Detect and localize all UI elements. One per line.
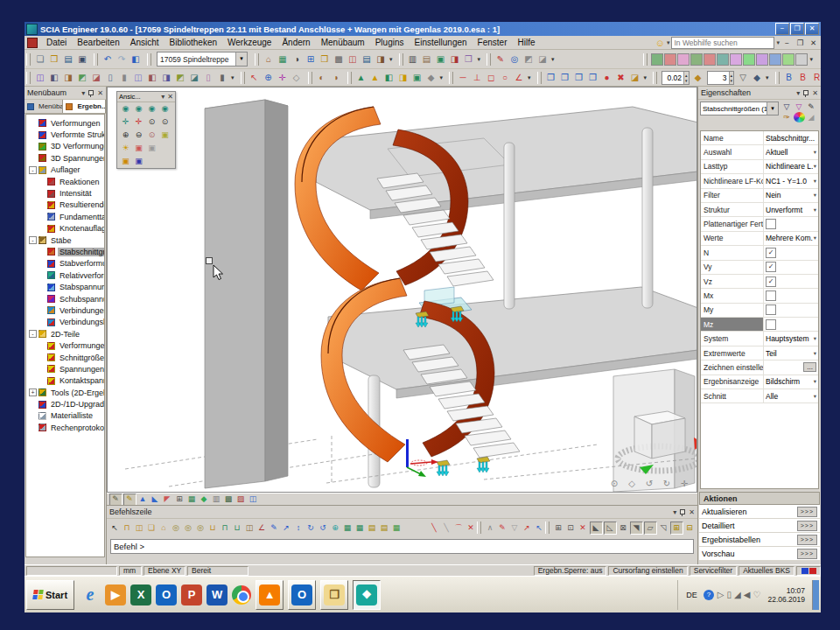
property-value[interactable]: ✓ (764, 261, 818, 274)
draw-tool-icon[interactable]: ╲ (441, 522, 452, 534)
tray-icon[interactable]: ◢ (734, 590, 741, 599)
command-icon[interactable]: ◫ (244, 522, 256, 534)
palette-icon[interactable]: ⊙ (159, 116, 172, 128)
tree-item-stabverformungen[interactable]: Stabverformungen (26, 258, 104, 270)
taskbar-icon-excel[interactable]: X (130, 584, 151, 606)
document-icon[interactable] (27, 38, 38, 48)
snap-tool-icon[interactable]: ⊡ (565, 522, 577, 534)
close-button[interactable]: ✕ (805, 23, 819, 35)
tree-item-schnittgrößen[interactable]: Schnittgrößen (26, 352, 104, 363)
members-icon[interactable]: ◫ (132, 71, 145, 84)
draw-icon[interactable]: ⊥ (471, 71, 484, 84)
views-icon[interactable]: ❐ (544, 71, 557, 84)
mdi-restore-button[interactable]: ❐ (794, 38, 806, 47)
palette-icon[interactable]: ◉ (120, 103, 132, 115)
status-cell-aktuelles-bks[interactable]: Aktuelles BKS (738, 566, 794, 576)
tree-item-spannungen[interactable]: Spannungen (26, 363, 104, 374)
scale-icon[interactable]: ▽ (737, 71, 750, 84)
help-dropdown-icon[interactable]: ▾ (667, 39, 670, 46)
tree-item-fundamenttabelle[interactable]: Fundamenttabelle (26, 211, 104, 222)
menu-item-bibliotheken[interactable]: Bibliotheken (164, 37, 222, 48)
property-value[interactable] (764, 217, 818, 230)
mdi-minimize-button[interactable]: − (781, 38, 793, 47)
viewport-nav-icon[interactable]: ⊙ (608, 477, 621, 490)
tree-item-verformte-struktur[interactable]: Verformte Struktur (26, 129, 104, 140)
menu-item-fenster[interactable]: Fenster (472, 37, 513, 48)
property-checkbox[interactable] (766, 290, 776, 301)
chrome-icon[interactable] (232, 585, 251, 605)
scale-dropdown-icon[interactable]: ▾ (766, 74, 769, 81)
libraries-icon[interactable]: ⊞ (304, 52, 318, 66)
tab-ergebn[interactable]: Ergebn...✕ (63, 100, 106, 113)
print-icon[interactable]: ◨ (448, 52, 461, 66)
command-icon[interactable]: ▦ (354, 522, 366, 534)
libraries-icon[interactable]: ◫ (346, 52, 360, 66)
action-execute-button[interactable]: >>> (797, 507, 817, 517)
tree-item-3d-verformungen[interactable]: 3D Verformungen (26, 141, 104, 152)
property-checkbox[interactable] (766, 319, 776, 330)
palette-icon[interactable]: ◉ (159, 103, 172, 115)
menu-item-werkzeuge[interactable]: Werkzeuge (222, 37, 276, 48)
action-execute-button[interactable]: >>> (797, 549, 817, 559)
status-cell-cursorfang-einstellen[interactable]: Cursorfang einstellen (608, 566, 687, 576)
command-icon[interactable]: ⊔ (232, 522, 243, 534)
result-strip-icon[interactable]: ⊞ (174, 494, 186, 505)
restore-button[interactable]: ❐ (790, 23, 804, 35)
command-icon[interactable]: ⊔ (207, 522, 219, 534)
property-value[interactable]: ✓ (764, 275, 818, 288)
property-row-plattenartiger-fertigteilb[interactable]: Plattenartiger Fertigteilb... (701, 217, 818, 231)
result-strip-icon[interactable]: ✎ (109, 494, 122, 506)
members-icon[interactable]: ◪ (90, 71, 103, 84)
taskbar-icon-file-explorer-window[interactable]: ❒ (324, 584, 345, 606)
menu-item-einstellungen[interactable]: Einstellungen (410, 37, 472, 48)
edit-tool-icon[interactable]: ↗ (522, 522, 533, 534)
show-desktop-button[interactable] (812, 580, 819, 610)
command-icon[interactable]: ▦ (342, 522, 354, 534)
result-strip-icon[interactable]: ▩ (223, 494, 234, 505)
clock[interactable]: 10:07 22.06.2019 (767, 586, 805, 604)
title-bar[interactable]: SCIA Engineer 19.0.60 - [17059 Spindeltr… (24, 22, 821, 36)
dropdown-arrow-icon[interactable]: ▾ (814, 378, 816, 385)
status-cell-ergebn-sperre-aus[interactable]: Ergebn.Sperre: aus (534, 566, 607, 576)
result-strip-icon[interactable]: ▥ (211, 494, 222, 505)
views-dropdown-icon[interactable]: ▾ (644, 74, 648, 81)
language-indicator[interactable]: DE (683, 590, 700, 600)
property-value[interactable]: ... (764, 360, 818, 374)
scale-spinner-arrows[interactable]: ▴▾ (729, 72, 734, 84)
tree-item-intensität[interactable]: Intensität (26, 187, 104, 199)
undo-icon[interactable]: ↶ (102, 52, 115, 66)
edit-tool-icon[interactable]: ∧ (485, 522, 496, 534)
viewport-nav-icon[interactable]: ↺ (643, 477, 656, 490)
palette-icon[interactable]: ▣ (146, 143, 158, 154)
libraries-icon[interactable]: ▩ (332, 52, 346, 66)
libraries-icon[interactable]: ▦ (276, 52, 290, 66)
panel-close-icon[interactable]: ✕ (97, 89, 103, 97)
result-strip-icon[interactable]: ✎ (123, 494, 136, 506)
palette-icon[interactable]: ▣ (120, 156, 132, 167)
tree-item-verformungen[interactable]: Verformungen (26, 340, 104, 351)
undo-icon[interactable]: ◧ (130, 52, 143, 66)
view-flags-flag-icon[interactable] (704, 53, 716, 66)
property-row-ergebnisanzeige[interactable]: ErgebnisanzeigeBildschirm▾ (701, 375, 818, 389)
property-row-vy[interactable]: Vy✓ (701, 261, 818, 275)
draw-icon[interactable]: ◻ (485, 71, 498, 84)
result-strip-icon[interactable]: ▦ (186, 494, 198, 505)
view-palette-header[interactable]: Ansic... ▾ ✕ (117, 92, 175, 102)
menu-item-ändern[interactable]: Ändern (276, 37, 315, 48)
taskbar-icon-word[interactable]: W (206, 584, 228, 606)
view-flags-flag-icon[interactable] (677, 53, 690, 66)
command-icon[interactable]: ↻ (305, 522, 317, 534)
property-row-lasttyp[interactable]: LasttypNichtlineare L.▾ (701, 160, 818, 174)
taskbar-icon-vlc[interactable]: ▲ (259, 584, 280, 606)
tree-item-2d-1d-upgrade[interactable]: 2D-/1D-Upgrade (26, 398, 104, 410)
status-cell-ebene-xy[interactable]: Ebene XY (144, 566, 186, 576)
command-icon[interactable]: ∠ (256, 522, 268, 534)
snap-tool-icon[interactable]: ⊟ (684, 522, 696, 534)
command-input[interactable]: Befehl > (110, 539, 694, 554)
property-value[interactable] (764, 318, 818, 331)
snap-tool-icon[interactable]: ◹ (658, 522, 669, 534)
tray-icon[interactable]: ▯ (727, 590, 732, 599)
select-icon[interactable]: ⊕ (262, 71, 275, 84)
property-row-werte[interactable]: WerteMehrere Kom.▾ (701, 232, 818, 246)
dropdown-arrow-icon[interactable]: ▾ (814, 350, 816, 357)
